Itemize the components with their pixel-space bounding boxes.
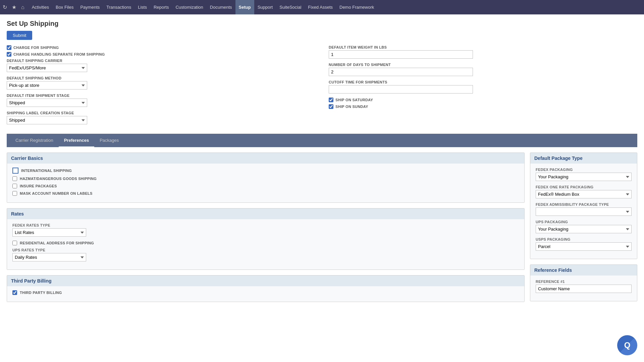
label-creation-stage-label: SHIPPING LABEL CREATION STAGE (7, 111, 315, 115)
fedex-rates-type-label: FEDEX RATES TYPE (12, 223, 519, 227)
fedex-one-rate-select[interactable]: FedEx® Medium Box FedEx® Small Box FedEx… (536, 190, 632, 198)
hazmat-checkbox[interactable] (12, 176, 17, 181)
charge-for-shipping-row: CHARGE FOR SHIPPING (7, 45, 315, 50)
rates-body: FEDEX RATES TYPE List Rates Account Rate… (7, 219, 524, 269)
num-days-label: NUMBER OF DAYS TO SHIPMENT (329, 63, 637, 67)
fedex-one-rate-group: FEDEX ONE RATE PACKAGING FedEx® Medium B… (536, 185, 632, 198)
default-method-label: DEFAULT SHIPPING METHOD (7, 76, 315, 80)
label-creation-stage-select[interactable]: Shipped Pending Processing (7, 116, 87, 124)
num-days-input[interactable] (329, 68, 473, 76)
default-method-select[interactable]: Pick-up at store Ground Express (7, 81, 87, 89)
nav-item-demoframework[interactable]: Demo Framework (336, 0, 377, 14)
default-weight-label: DEFAULT ITEM WEIGHT IN LBS (329, 45, 637, 49)
tab-carrier-registration[interactable]: Carrier Registration (10, 134, 59, 147)
fedex-admissibility-select[interactable]: Domestic International (536, 207, 632, 216)
nav-item-reports[interactable]: Reports (150, 0, 172, 14)
default-carrier-label: DEFAULT SHIPPING CARRIER (7, 59, 315, 63)
mask-row: MASK ACCOUNT NUMBER ON LABELS (12, 191, 519, 196)
nav-item-setup[interactable]: Setup (235, 0, 254, 14)
intl-shipping-checkbox-box[interactable] (12, 168, 18, 174)
ref1-group: REFERENCE #1 (536, 280, 632, 293)
tabs-bar: Carrier Registration Preferences Package… (7, 134, 637, 147)
default-package-box: Default Package Type FEDEX PACKAGING You… (530, 153, 637, 259)
default-carrier-select[interactable]: FedEx/USPS/More FedEx USPS UPS (7, 64, 87, 72)
charge-handling-checkbox[interactable] (7, 52, 11, 57)
ship-sunday-checkbox[interactable] (329, 104, 333, 109)
carrier-basics-header: Carrier Basics (7, 153, 524, 164)
lower-section: Carrier Basics INTERNATIONAL SHIPPING HA… (7, 147, 637, 307)
charge-for-shipping-checkbox[interactable] (7, 45, 11, 50)
ship-saturday-checkbox[interactable] (329, 98, 333, 102)
nav-item-documents[interactable]: Documents (207, 0, 235, 14)
nav-item-transactions[interactable]: Transactions (103, 0, 135, 14)
ups-packaging-select[interactable]: Your Packaging UPS Letter UPS Box (536, 225, 632, 233)
default-item-stage-label: DEFAULT ITEM SHIPMENT STAGE (7, 94, 315, 98)
ups-rates-type-select[interactable]: Daily Rates Standard Rates Negotiated Ra… (12, 253, 86, 261)
nav-item-customization[interactable]: Customization (172, 0, 206, 14)
fedex-packaging-select[interactable]: Your Packaging FedEx Box FedEx Envelope (536, 173, 632, 181)
fedex-rates-type-select[interactable]: List Rates Account Rates Negotiated Rate… (12, 228, 86, 237)
charge-for-shipping-label: CHARGE FOR SHIPPING (13, 46, 59, 50)
default-weight-input[interactable] (329, 50, 473, 59)
residential-checkbox[interactable] (12, 241, 17, 245)
third-party-billing-row: THIRD PARTY BILLING (12, 290, 519, 295)
default-item-stage-group: DEFAULT ITEM SHIPMENT STAGE Shipped Pend… (7, 94, 315, 107)
intl-shipping-row: INTERNATIONAL SHIPPING (12, 168, 519, 174)
nav-item-payments[interactable]: Payments (77, 0, 103, 14)
residential-row: RESIDENTIAL ADDRESS FOR SHIPPING (12, 241, 519, 245)
ref1-label: REFERENCE #1 (536, 280, 632, 284)
ups-packaging-group: UPS PACKAGING Your Packaging UPS Letter … (536, 220, 632, 233)
reference-fields-header: Reference Fields (530, 265, 637, 276)
ups-rates-type-label: UPS RATES TYPE (12, 248, 519, 252)
mask-checkbox[interactable] (12, 191, 17, 196)
insure-checkbox[interactable] (12, 184, 17, 188)
reference-fields-body: REFERENCE #1 (530, 276, 637, 301)
charge-handling-row: CHARGE HANDLING SEPARATE FROM SHIPPING (7, 52, 315, 57)
num-days-group: NUMBER OF DAYS TO SHIPMENT (329, 63, 637, 76)
usps-packaging-group: USPS PACKAGING Parcel Flat Rate Box Flat… (536, 237, 632, 251)
reference-fields-box: Reference Fields REFERENCE #1 (530, 264, 637, 301)
star-icon[interactable]: ★ (10, 3, 18, 12)
submit-button[interactable]: Submit (7, 31, 32, 40)
ups-rates-type-group: UPS RATES TYPE Daily Rates Standard Rate… (12, 248, 519, 261)
lower-right: Default Package Type FEDEX PACKAGING You… (530, 153, 637, 307)
fedex-admissibility-label: FEDEX ADMISSIBILITY PACKAGE TYPE (536, 202, 632, 206)
home-icon[interactable]: ⌂ (20, 3, 26, 12)
nav-item-support[interactable]: Support (254, 0, 276, 14)
carrier-basics-body: INTERNATIONAL SHIPPING HAZMAT/DANGEROUS … (7, 164, 524, 202)
nav-item-boxfiles[interactable]: Box Files (52, 0, 77, 14)
cutoff-time-group: CUTOFF TIME FOR SHIPMENTS (329, 80, 637, 94)
cutoff-time-input[interactable] (329, 85, 473, 94)
page-content: Set Up Shipping Submit CHARGE FOR SHIPPI… (0, 14, 644, 313)
hazmat-label: HAZMAT/DANGEROUS GOODS SHIPPING (20, 177, 97, 181)
default-item-stage-select[interactable]: Shipped Pending Processing (7, 99, 87, 107)
insure-row: INSURE PACKAGES (12, 184, 519, 188)
nav-icon-group: ↻ ★ ⌂ (1, 3, 26, 12)
top-form: CHARGE FOR SHIPPING CHARGE HANDLING SEPA… (7, 45, 637, 128)
fedex-packaging-label: FEDEX PACKAGING (536, 168, 632, 172)
form-left: CHARGE FOR SHIPPING CHARGE HANDLING SEPA… (7, 45, 315, 128)
nav-item-suitesocial[interactable]: SuiteSocial (276, 0, 305, 14)
tab-preferences[interactable]: Preferences (59, 134, 94, 147)
usps-packaging-select[interactable]: Parcel Flat Rate Box Flat Rate Envelope (536, 242, 632, 251)
usps-packaging-label: USPS PACKAGING (536, 237, 632, 241)
nav-item-lists[interactable]: Lists (135, 0, 150, 14)
charge-handling-label: CHARGE HANDLING SEPARATE FROM SHIPPING (13, 52, 105, 56)
default-package-header: Default Package Type (530, 153, 637, 164)
history-icon[interactable]: ↻ (1, 3, 8, 12)
residential-label: RESIDENTIAL ADDRESS FOR SHIPPING (20, 241, 94, 245)
hazmat-row: HAZMAT/DANGEROUS GOODS SHIPPING (12, 176, 519, 181)
ups-packaging-label: UPS PACKAGING (536, 220, 632, 224)
third-party-billing-checkbox[interactable] (12, 290, 17, 295)
default-weight-group: DEFAULT ITEM WEIGHT IN LBS (329, 45, 637, 59)
rates-box: Rates FEDEX RATES TYPE List Rates Accoun… (7, 208, 525, 270)
main-nav: ↻ ★ ⌂ Activities Box Files Payments Tran… (0, 0, 644, 14)
tab-packages[interactable]: Packages (94, 134, 124, 147)
mask-label: MASK ACCOUNT NUMBER ON LABELS (20, 191, 93, 195)
ref1-input[interactable] (536, 285, 632, 293)
nav-item-fixedassets[interactable]: Fixed Assets (305, 0, 336, 14)
nav-item-activities[interactable]: Activities (29, 0, 52, 14)
ship-sunday-label: SHIP ON SUNDAY (335, 105, 368, 109)
label-creation-stage-group: SHIPPING LABEL CREATION STAGE Shipped Pe… (7, 111, 315, 124)
default-package-body: FEDEX PACKAGING Your Packaging FedEx Box… (530, 164, 637, 259)
